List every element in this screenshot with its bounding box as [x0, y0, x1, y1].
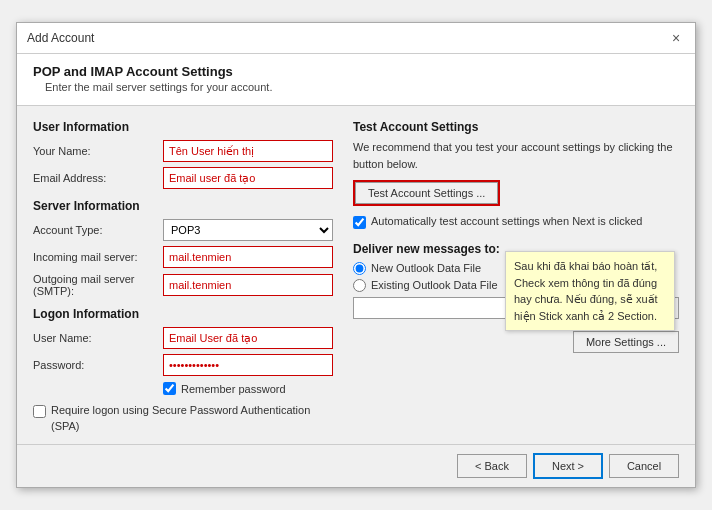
spa-row: Require logon using Secure Password Auth…	[33, 403, 333, 434]
add-account-dialog: Add Account × POP and IMAP Account Setti…	[16, 22, 696, 488]
test-account-button[interactable]: Test Account Settings ...	[355, 182, 498, 204]
email-address-row: Email Address:	[33, 167, 333, 189]
your-name-input[interactable]	[163, 140, 333, 162]
tooltip-box: Sau khi đã khai báo hoàn tất, Check xem …	[505, 251, 675, 331]
new-outlook-radio[interactable]	[353, 262, 366, 275]
auto-test-checkbox[interactable]	[353, 216, 366, 229]
back-button[interactable]: < Back	[457, 454, 527, 478]
your-name-label: Your Name:	[33, 145, 163, 157]
email-address-label: Email Address:	[33, 172, 163, 184]
password-label: Password:	[33, 359, 163, 371]
left-panel: User Information Your Name: Email Addres…	[33, 120, 333, 434]
remember-password-checkbox[interactable]	[163, 382, 176, 395]
tooltip-text: Sau khi đã khai báo hoàn tất, Check xem …	[514, 260, 658, 322]
dialog-footer: < Back Next > Cancel	[17, 444, 695, 487]
cancel-button[interactable]: Cancel	[609, 454, 679, 478]
password-row: Password:	[33, 354, 333, 376]
spa-label: Require logon using Secure Password Auth…	[51, 403, 333, 434]
dialog-body: User Information Your Name: Email Addres…	[17, 106, 695, 444]
auto-test-label: Automatically test account settings when…	[371, 214, 642, 229]
remember-password-label: Remember password	[181, 383, 286, 395]
account-type-row: Account Type: POP3 IMAP	[33, 219, 333, 241]
existing-outlook-label: Existing Outlook Data File	[371, 279, 498, 291]
remember-password-row: Remember password	[163, 382, 333, 395]
close-button[interactable]: ×	[667, 29, 685, 47]
header-subtext: Enter the mail server settings for your …	[45, 81, 679, 93]
test-account-btn-wrapper: Test Account Settings ...	[353, 180, 500, 206]
logon-username-label: User Name:	[33, 332, 163, 344]
outgoing-mail-label: Outgoing mail server (SMTP):	[33, 273, 163, 297]
test-account-title: Test Account Settings	[353, 120, 679, 134]
logon-username-input[interactable]	[163, 327, 333, 349]
password-input[interactable]	[163, 354, 333, 376]
incoming-mail-input[interactable]	[163, 246, 333, 268]
dialog-header: POP and IMAP Account Settings Enter the …	[17, 54, 695, 106]
test-account-desc: We recommend that you test your account …	[353, 139, 679, 172]
new-outlook-label: New Outlook Data File	[371, 262, 481, 274]
server-info-title: Server Information	[33, 199, 333, 213]
more-settings-row: More Settings ...	[353, 331, 679, 353]
outgoing-mail-input[interactable]	[163, 274, 333, 296]
user-info-title: User Information	[33, 120, 333, 134]
next-button[interactable]: Next >	[533, 453, 603, 479]
auto-test-row: Automatically test account settings when…	[353, 214, 679, 229]
outgoing-mail-row: Outgoing mail server (SMTP):	[33, 273, 333, 297]
spa-checkbox[interactable]	[33, 405, 46, 418]
more-settings-button[interactable]: More Settings ...	[573, 331, 679, 353]
logon-username-row: User Name:	[33, 327, 333, 349]
incoming-mail-row: Incoming mail server:	[33, 246, 333, 268]
email-address-input[interactable]	[163, 167, 333, 189]
your-name-row: Your Name:	[33, 140, 333, 162]
incoming-mail-label: Incoming mail server:	[33, 251, 163, 263]
existing-outlook-radio[interactable]	[353, 279, 366, 292]
title-bar: Add Account ×	[17, 23, 695, 54]
account-type-label: Account Type:	[33, 224, 163, 236]
dialog-title: Add Account	[27, 31, 94, 45]
header-heading: POP and IMAP Account Settings	[33, 64, 679, 79]
logon-info-title: Logon Information	[33, 307, 333, 321]
account-type-select[interactable]: POP3 IMAP	[163, 219, 333, 241]
